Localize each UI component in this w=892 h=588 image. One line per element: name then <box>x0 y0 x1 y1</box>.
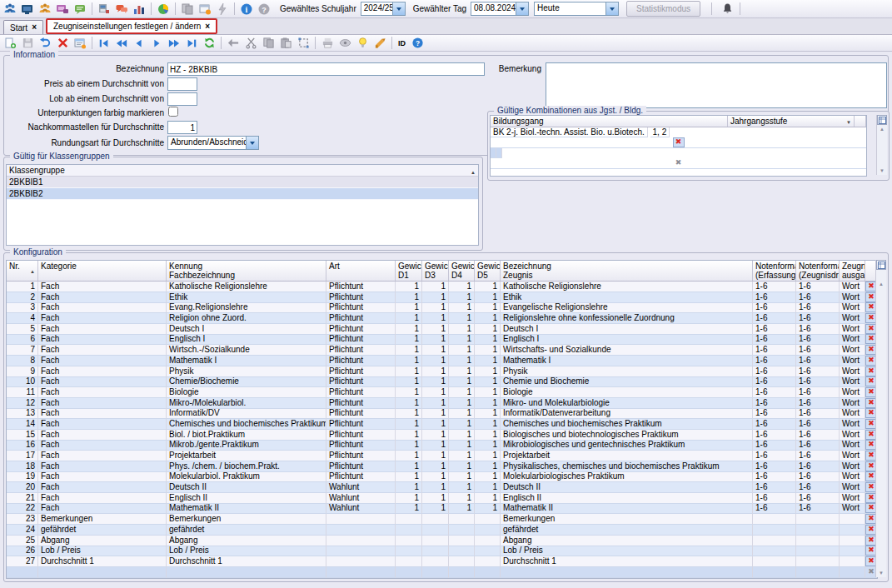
cell-bezeichnung-zeugnis[interactable]: Durchschnitt 1 <box>501 556 753 567</box>
copy-pages-icon[interactable] <box>179 1 196 17</box>
cell-kategorie[interactable]: Fach <box>38 282 167 292</box>
cell-kennung[interactable]: Religion ohne Zuord. <box>167 313 326 324</box>
cell-gewicht-d5[interactable]: 1 <box>475 430 501 441</box>
cell-gewicht-d4[interactable]: 1 <box>449 493 475 504</box>
cell-gewicht-d4[interactable]: 1 <box>449 334 475 345</box>
cell-art[interactable] <box>326 536 396 546</box>
monitor-chat-icon[interactable] <box>54 1 71 17</box>
cell-gewicht-d3[interactable] <box>422 567 449 578</box>
cell-notenformat-erfassung[interactable]: 1-6 <box>753 408 796 419</box>
fast-next-icon[interactable] <box>166 35 182 51</box>
cell-kennung[interactable]: Evang.Religionslehre <box>167 302 326 313</box>
table-row[interactable]: 2 Fach Ethik Pflichtunt 1 1 1 1 Ethik 1-… <box>7 292 877 303</box>
cell-art[interactable]: Pflichtunt <box>326 366 396 377</box>
sort-ascending-icon[interactable]: ▲ <box>30 267 35 277</box>
cell-notenformat-zeugnisdruck[interactable]: 1-6 <box>796 398 840 409</box>
cell-zeugnisausgabe[interactable]: Wort <box>840 345 865 356</box>
cell-zeugnisausgabe[interactable]: Wort <box>840 482 865 493</box>
print-icon[interactable] <box>319 35 336 51</box>
bar-chart-icon[interactable] <box>131 1 147 17</box>
cell-zeugnisausgabe[interactable]: Wort <box>840 440 865 451</box>
cell-gewicht-d1[interactable]: 1 <box>396 408 422 419</box>
fast-prev-icon[interactable] <box>113 35 130 51</box>
cell-gewicht-d4[interactable]: 1 <box>449 376 475 387</box>
cell-art[interactable]: Wahlunt <box>326 493 396 504</box>
cell-kennung[interactable]: Englisch II <box>167 493 326 504</box>
info-icon[interactable]: i <box>238 1 255 17</box>
table-row[interactable]: 6 Fach Englisch I Pflichtunt 1 1 1 1 Eng… <box>7 334 877 345</box>
cell-zeugnisausgabe[interactable]: Wort <box>840 493 865 504</box>
cell-zeugnisausgabe[interactable] <box>840 514 865 525</box>
save-icon[interactable] <box>19 35 36 51</box>
cell-gewicht-d1[interactable]: 1 <box>396 503 422 514</box>
cell-kennung[interactable]: Katholische Religionslehre <box>167 282 326 292</box>
cell-gewicht-d4[interactable]: 1 <box>449 419 475 430</box>
cell-kennung[interactable]: Deutsch II <box>167 482 326 493</box>
preview-icon[interactable] <box>336 35 353 51</box>
cell-gewicht-d5[interactable]: 1 <box>475 334 501 345</box>
cell-nr[interactable]: 13 <box>7 408 38 419</box>
cell-bezeichnung-zeugnis[interactable]: Mikrobiologisches und gentechnisches Pra… <box>501 440 753 451</box>
cell-gewicht-d1[interactable]: 1 <box>396 493 422 504</box>
cell-gewicht-d1[interactable]: 1 <box>396 398 422 409</box>
tip-icon[interactable] <box>354 35 371 51</box>
cell-nr[interactable]: 17 <box>7 451 38 461</box>
cell-kategorie[interactable] <box>38 567 167 578</box>
cell-notenformat-erfassung[interactable]: 1-6 <box>753 503 796 514</box>
cell-kennung[interactable]: Mathematik II <box>167 503 326 514</box>
cell-zeugnisausgabe[interactable]: Wort <box>840 408 865 419</box>
cell-gewicht-d4[interactable] <box>449 567 475 578</box>
cell-art[interactable]: Pflichtunt <box>326 313 396 324</box>
cell-gewicht-d1[interactable]: 1 <box>396 482 422 493</box>
table-row[interactable]: 7 Fach Wirtsch.-/Sozialkunde Pflichtunt … <box>7 345 877 356</box>
cell-kennung[interactable]: Molekularbiol. Praktikum <box>167 471 326 482</box>
cell-notenformat-zeugnisdruck[interactable]: 1-6 <box>796 419 840 430</box>
bemerkung-textarea[interactable] <box>546 62 887 108</box>
table-row[interactable]: 13 Fach Informatik/DV Pflichtunt 1 1 1 1… <box>7 408 877 419</box>
cell-notenformat-zeugnisdruck[interactable]: 1-6 <box>796 282 840 292</box>
cell-nr[interactable]: 6 <box>7 334 38 345</box>
cell-bezeichnung-zeugnis[interactable]: Physik <box>501 366 753 377</box>
cell-nr[interactable]: 10 <box>7 376 38 387</box>
cell-gewicht-d3[interactable]: 1 <box>422 419 449 430</box>
cell-gewicht-d3[interactable] <box>422 525 449 536</box>
green-board-icon[interactable] <box>72 1 88 17</box>
cell-nr[interactable]: 2 <box>7 292 38 303</box>
cell-art[interactable] <box>326 567 396 578</box>
cell-gewicht-d4[interactable]: 1 <box>449 313 475 324</box>
cell-gewicht-d3[interactable]: 1 <box>422 440 449 451</box>
cell-gewicht-d1[interactable] <box>396 556 422 567</box>
tag-select[interactable]: 08.08.2024 <box>471 2 529 16</box>
cell-bildungsgang[interactable]: BK 2-j. Biol.-techn. Assist. Bio. u.Biot… <box>491 127 648 137</box>
cell-gewicht-d1[interactable]: 1 <box>396 324 422 335</box>
cell-gewicht-d1[interactable]: 1 <box>396 302 422 313</box>
column-header-gewicht-d1[interactable]: GewichtD1 <box>396 261 422 281</box>
cell-notenformat-zeugnisdruck[interactable] <box>796 546 840 556</box>
table-row[interactable]: 12 Fach Mikro-/Molekularbiol. Pflichtunt… <box>7 398 877 409</box>
cell-kategorie[interactable]: Fach <box>38 387 167 398</box>
cell-notenformat-zeugnisdruck[interactable]: 1-6 <box>796 408 840 419</box>
cell-bezeichnung-zeugnis[interactable]: Englisch I <box>501 334 753 345</box>
table-row[interactable]: 9 Fach Physik Pflichtunt 1 1 1 1 Physik … <box>7 366 877 377</box>
cell-bezeichnung-zeugnis[interactable]: Mikro- und Molekularbiologie <box>501 398 753 409</box>
printer-report-icon[interactable] <box>96 1 112 17</box>
column-header-nr[interactable]: Nr.▲ <box>7 261 38 281</box>
cell-gewicht-d3[interactable]: 1 <box>422 408 449 419</box>
cell-gewicht-d5[interactable]: 1 <box>475 503 501 514</box>
close-tab-icon[interactable]: × <box>32 23 37 32</box>
cell-gewicht-d3[interactable]: 1 <box>422 292 449 303</box>
cell-nr[interactable]: 14 <box>7 419 38 430</box>
table-row[interactable]: 19 Fach Molekularbiol. Praktikum Pflicht… <box>7 471 877 482</box>
bezeichnung-input[interactable] <box>167 62 485 76</box>
cell-kennung[interactable]: Physik <box>167 366 326 377</box>
cell-kategorie[interactable]: Fach <box>38 419 167 430</box>
cell-kategorie[interactable]: Fach <box>38 408 167 419</box>
cell-kategorie[interactable]: Fach <box>38 313 167 324</box>
cell-gewicht-d5[interactable] <box>475 514 501 525</box>
cell-gewicht-d1[interactable]: 1 <box>396 451 422 461</box>
cell-notenformat-zeugnisdruck[interactable]: 1-6 <box>796 366 840 377</box>
cell-nr[interactable]: 20 <box>7 482 38 493</box>
cell-gewicht-d4[interactable] <box>449 525 475 536</box>
cell-kennung[interactable]: Ethik <box>167 292 326 303</box>
cell-gewicht-d3[interactable]: 1 <box>422 482 449 493</box>
